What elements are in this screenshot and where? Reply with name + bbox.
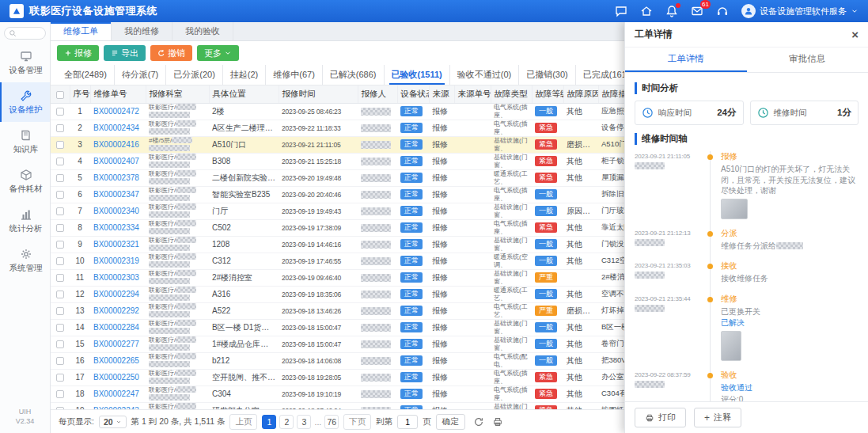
sidebar-search-input[interactable]: [4, 27, 46, 40]
filter-2[interactable]: 已分派(20): [165, 65, 222, 85]
panel-tab-0[interactable]: 工单详情: [625, 47, 747, 72]
censored-text: [361, 108, 391, 116]
row-checkbox[interactable]: [56, 141, 64, 149]
row-checkbox[interactable]: [56, 174, 64, 182]
jump-page-input[interactable]: [397, 415, 418, 429]
row-checkbox[interactable]: [56, 357, 64, 365]
row-checkbox[interactable]: [56, 257, 64, 265]
tab-1[interactable]: 我的维修: [112, 22, 172, 40]
mail-icon[interactable]: 61: [691, 5, 703, 17]
toolbar-button-1[interactable]: 导出: [104, 45, 146, 61]
workorder-number-link[interactable]: BX00002303: [93, 273, 139, 282]
filter-6[interactable]: 已验收(1511): [384, 65, 449, 85]
sidebar-item-5[interactable]: 系统管理: [0, 241, 50, 280]
toolbar-button-3[interactable]: 更多: [197, 45, 239, 61]
workorder-number-link[interactable]: BX00002334: [93, 223, 139, 232]
sidebar-item-2[interactable]: 知识库: [0, 122, 50, 161]
censored-text: [176, 303, 196, 310]
workorder-number-link[interactable]: BX00002319: [93, 256, 139, 265]
filter-5[interactable]: 已解决(686): [322, 65, 384, 85]
print-button[interactable]: 打印: [635, 408, 686, 427]
filter-3[interactable]: 挂起(2): [222, 65, 265, 85]
message-icon[interactable]: [615, 5, 627, 17]
workorder-number-link[interactable]: BX00002284: [93, 323, 139, 332]
page-number-1[interactable]: 1: [262, 415, 276, 429]
confirm-button[interactable]: 确定: [436, 414, 465, 430]
row-checkbox[interactable]: [56, 407, 64, 409]
row-checkbox[interactable]: [56, 207, 64, 215]
page-number-3[interactable]: 3: [297, 415, 311, 429]
workorder-number-link[interactable]: BX00002378: [93, 173, 139, 182]
workorder-number-link[interactable]: BX00002321: [93, 240, 139, 249]
censored-text: [149, 195, 190, 201]
printer-icon[interactable]: [492, 416, 503, 427]
row-checkbox[interactable]: [56, 124, 64, 132]
prev-page-button[interactable]: 上页: [229, 414, 257, 430]
location-cell: C304: [209, 386, 279, 402]
fault-reason-cell: 其他: [563, 153, 598, 169]
workorder-number-link[interactable]: BX00002292: [93, 306, 139, 315]
workorder-number-link[interactable]: BX00002277: [93, 340, 139, 348]
toolbar-button-2[interactable]: 撤销: [150, 45, 192, 61]
row-checkbox[interactable]: [56, 291, 64, 298]
filter-8[interactable]: 已撤销(30): [518, 65, 575, 85]
source-number-cell: [454, 169, 491, 186]
headset-icon[interactable]: [716, 5, 729, 17]
page-size-select[interactable]: 20: [99, 416, 127, 428]
next-page-button[interactable]: 下页: [343, 414, 371, 430]
sidebar-item-4[interactable]: 统计分析: [0, 201, 50, 241]
workorder-number-link[interactable]: BX00002340: [93, 207, 139, 215]
timeline-link[interactable]: 验收通过: [721, 382, 859, 393]
attachment-thumbnail[interactable]: [721, 331, 741, 361]
close-icon[interactable]: ×: [851, 28, 859, 40]
row-checkbox[interactable]: [56, 191, 64, 199]
row-checkbox[interactable]: [56, 307, 64, 315]
workorder-number-link[interactable]: BX00002416: [93, 140, 139, 149]
timeline-link[interactable]: 已解决: [721, 317, 859, 329]
row-checkbox[interactable]: [56, 340, 64, 348]
panel-tab-1[interactable]: 审批信息: [747, 47, 868, 72]
toolbar-button-0[interactable]: 报修: [57, 45, 99, 61]
source-number-cell: [454, 219, 491, 236]
filter-0[interactable]: 全部(2489): [57, 65, 114, 85]
filter-1[interactable]: 待分派(7): [114, 65, 165, 85]
attachment-thumbnail[interactable]: [721, 199, 748, 219]
filter-7[interactable]: 验收不通过(0): [449, 65, 518, 85]
fault-type-cell: 基础设施(门窗、: [491, 203, 532, 219]
tab-2[interactable]: 我的验收: [172, 22, 233, 40]
workorder-number-link[interactable]: BX00002265: [93, 356, 139, 365]
tab-0[interactable]: 维修工单: [51, 22, 112, 40]
row-checkbox[interactable]: [56, 274, 64, 282]
row-checkbox[interactable]: [56, 374, 64, 382]
location-cell: 1#楼成品仓库货梯旁: [209, 336, 279, 352]
row-checkbox[interactable]: [56, 324, 64, 332]
workorder-number-link[interactable]: BX00002294: [93, 290, 139, 298]
workorder-number-link[interactable]: BX00002434: [93, 123, 139, 132]
user-menu[interactable]: 设备设施管理软件服务: [741, 4, 859, 18]
bell-icon[interactable]: [665, 5, 678, 17]
sidebar-item-1[interactable]: 设备维护: [0, 82, 50, 122]
home-icon[interactable]: [640, 5, 653, 17]
workorder-number-link[interactable]: BX00002407: [93, 157, 139, 165]
row-checkbox[interactable]: [56, 108, 64, 116]
row-checkbox[interactable]: [56, 390, 64, 398]
source-cell: 报修: [429, 319, 454, 336]
row-checkbox[interactable]: [56, 241, 64, 249]
refresh-icon[interactable]: [473, 416, 484, 427]
timeline-action-label: 维修: [721, 294, 859, 305]
workorder-number-link[interactable]: BX00002472: [93, 107, 139, 116]
page-number-2[interactable]: 2: [279, 415, 294, 429]
row-checkbox[interactable]: [56, 224, 64, 232]
mail-badge: 61: [700, 0, 711, 9]
add-comment-button[interactable]: +注释: [694, 408, 741, 427]
workorder-number-link[interactable]: BX00002247: [93, 389, 139, 398]
workorder-number-link[interactable]: BX00002347: [93, 190, 139, 199]
row-checkbox[interactable]: [56, 158, 64, 165]
sidebar-item-3[interactable]: 备件耗材: [0, 161, 50, 201]
workorder-number-link[interactable]: BX00002250: [93, 373, 139, 382]
page-number-76[interactable]: 76: [324, 415, 339, 429]
select-all-checkbox[interactable]: [56, 91, 64, 99]
sidebar-item-0[interactable]: 设备管理: [0, 43, 50, 82]
filter-4[interactable]: 维修中(67): [265, 65, 322, 85]
workorder-number-link[interactable]: BX00002243: [93, 406, 139, 409]
